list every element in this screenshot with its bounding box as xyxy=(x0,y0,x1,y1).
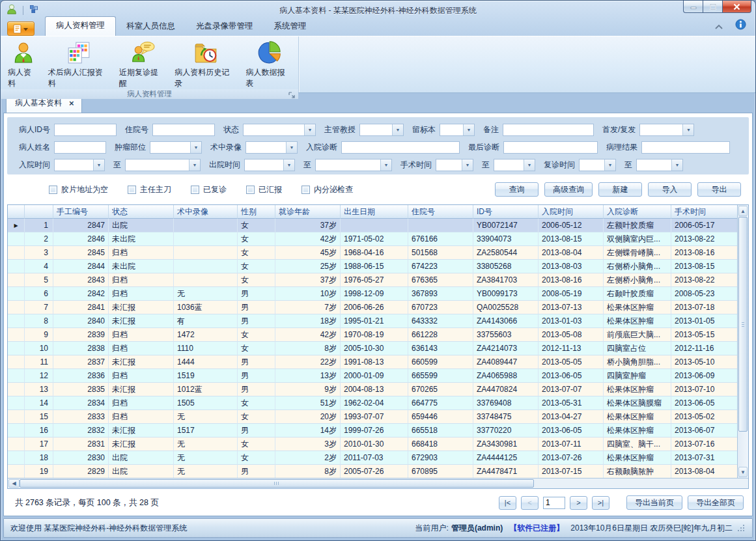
table-row[interactable]: 152833归档无女20岁1993-07-0765944633748475201… xyxy=(8,410,737,424)
combo-box[interactable]: ▼ xyxy=(639,124,694,136)
text-input[interactable] xyxy=(54,141,106,154)
dropdown-arrow-icon[interactable]: ▼ xyxy=(682,124,693,135)
vertical-scrollbar[interactable]: ▲ ▼ xyxy=(737,205,748,478)
scroll-left-icon[interactable]: ◀ xyxy=(8,479,20,488)
table-row[interactable]: 192829出院无男8岁2005-07-26670895ZA4478471201… xyxy=(8,465,737,478)
combo-box[interactable]: ▼ xyxy=(315,159,392,171)
combo-box[interactable]: ▼ xyxy=(125,159,201,171)
dropdown-arrow-icon[interactable]: ▼ xyxy=(462,160,473,171)
tab-close-icon[interactable]: × xyxy=(69,100,74,106)
table-row[interactable]: 72841未汇报1036蓝男7岁2006-06-26670723QA002552… xyxy=(8,301,737,314)
first-page-button[interactable]: |< xyxy=(499,496,516,510)
info-icon[interactable] xyxy=(735,19,746,33)
table-row[interactable]: 92839归档1472女42岁1970-08-19661228337556032… xyxy=(8,328,737,342)
column-header[interactable]: 性别 xyxy=(238,205,275,219)
horizontal-scrollbar-thumb[interactable] xyxy=(20,479,534,488)
table-row[interactable]: 182830出院无女2岁2011-07-03672903ZA4444125201… xyxy=(8,451,737,465)
combo-box[interactable]: ▼ xyxy=(636,159,683,171)
column-header[interactable]: 术中录像 xyxy=(174,205,238,219)
combo-box[interactable]: ▼ xyxy=(359,124,404,136)
text-input[interactable] xyxy=(54,124,117,136)
column-header[interactable]: 住院号 xyxy=(408,205,473,219)
horizontal-scrollbar[interactable]: ◀ xyxy=(8,478,748,488)
table-row[interactable]: 52843归档女37岁1976-05-27676365ZA38417032013… xyxy=(8,273,737,287)
table-row[interactable]: 42844未出院女25岁1988-06-15674223338052682013… xyxy=(8,260,737,273)
text-input[interactable] xyxy=(503,141,598,154)
table-row[interactable]: ▶12847出院女37岁YB00721472006-05-12左额叶胶质瘤200… xyxy=(8,219,737,232)
close-button[interactable] xyxy=(722,1,751,13)
checkbox-icon[interactable] xyxy=(49,186,57,194)
column-header[interactable]: ID号 xyxy=(473,205,539,219)
ribbon-tab-4[interactable]: 系统管理 xyxy=(264,18,317,36)
filter-checkbox[interactable]: 已汇报 xyxy=(246,184,282,195)
combo-box[interactable]: ▼ xyxy=(436,159,473,171)
dialog-launcher-icon[interactable] xyxy=(288,91,296,99)
registered-link[interactable]: 【软件已注册】 xyxy=(509,523,564,534)
dropdown-arrow-icon[interactable]: ▼ xyxy=(189,160,200,171)
export-button[interactable]: 导出当前页 xyxy=(626,495,682,510)
combo-box[interactable]: ▼ xyxy=(245,141,298,154)
table-row[interactable]: 62842归档无男10岁1998-12-09367893YB0099173200… xyxy=(8,287,737,301)
filter-checkbox[interactable]: 已复诊 xyxy=(191,184,227,195)
last-page-button[interactable]: >| xyxy=(592,496,609,510)
ribbon-tab-1[interactable]: 病人资料管理 xyxy=(45,16,116,36)
table-row[interactable]: 32845归档女45岁1968-04-16501568ZA25805442013… xyxy=(8,246,737,260)
table-row[interactable]: 162832未汇报1517男14岁1999-07-266655183377022… xyxy=(8,424,737,437)
ribbon-tab-3[interactable]: 光盘录像带管理 xyxy=(186,18,264,36)
combo-box[interactable]: ▼ xyxy=(440,124,475,136)
checkbox-icon[interactable] xyxy=(301,186,310,194)
ribbon-button[interactable]: 病人数据报表 xyxy=(242,38,297,89)
action-button[interactable]: 导出 xyxy=(697,182,741,197)
ribbon-button[interactable]: 近期复诊提醒 xyxy=(115,38,170,89)
next-page-button[interactable]: > xyxy=(570,496,587,510)
dropdown-arrow-icon[interactable]: ▼ xyxy=(463,124,474,135)
filter-checkbox[interactable]: 胶片地址为空 xyxy=(49,184,108,195)
text-input[interactable] xyxy=(152,124,215,136)
ribbon-button[interactable]: 术后病人汇报资料 xyxy=(44,38,115,89)
scroll-up-icon[interactable]: ▲ xyxy=(738,206,748,216)
minimize-button[interactable] xyxy=(683,1,703,13)
filter-checkbox[interactable]: 主任主刀 xyxy=(128,184,171,195)
column-header[interactable]: 状态 xyxy=(109,205,174,219)
dropdown-arrow-icon[interactable]: ▼ xyxy=(304,124,315,135)
combo-box[interactable]: ▼ xyxy=(54,159,105,171)
action-button[interactable]: 高级查询 xyxy=(544,182,593,197)
combo-box[interactable]: ▼ xyxy=(494,159,535,171)
column-header[interactable]: 入院诊断 xyxy=(604,205,671,219)
horizontal-scrollbar-track[interactable] xyxy=(534,479,748,488)
table-row[interactable]: 112837未汇报1444男22岁1991-08-13660599ZA40894… xyxy=(8,355,737,369)
combo-box[interactable]: ▼ xyxy=(150,141,202,154)
collapse-ribbon-chevron-icon[interactable] xyxy=(714,20,723,32)
dropdown-arrow-icon[interactable]: ▼ xyxy=(524,160,535,171)
combo-box[interactable]: ▼ xyxy=(244,159,295,171)
maximize-button[interactable] xyxy=(703,1,722,13)
combo-box[interactable]: ▼ xyxy=(579,159,616,171)
dropdown-arrow-icon[interactable]: ▼ xyxy=(604,160,615,171)
ribbon-button[interactable]: 病人资料 xyxy=(3,38,44,89)
dropdown-arrow-icon[interactable]: ▼ xyxy=(286,142,297,153)
ribbon-button[interactable]: 病人资料历史记录 xyxy=(170,38,241,89)
table-row[interactable]: 82840未汇报有男18岁1995-01-21643332ZA414306620… xyxy=(8,314,737,328)
action-button[interactable]: 查询 xyxy=(495,182,539,197)
column-header[interactable]: 就诊年龄 xyxy=(275,205,341,219)
resize-grip-icon[interactable] xyxy=(743,530,744,531)
column-header[interactable]: 出生日期 xyxy=(341,205,408,219)
vertical-scrollbar-track[interactable] xyxy=(738,432,748,466)
column-header[interactable]: 手术时间 xyxy=(671,205,737,219)
text-input[interactable] xyxy=(503,124,594,136)
combo-box[interactable]: ▼ xyxy=(243,124,316,136)
table-row[interactable]: 122836归档1519男13岁2000-01-09665599ZA406598… xyxy=(8,369,737,383)
export-button[interactable]: 导出全部页 xyxy=(688,495,744,510)
text-input[interactable] xyxy=(641,141,730,154)
dropdown-arrow-icon[interactable]: ▼ xyxy=(380,160,391,171)
table-row[interactable]: 22846未出院女42岁1971-05-02676166339040732013… xyxy=(8,232,737,246)
scroll-down-icon[interactable]: ▼ xyxy=(738,467,748,477)
action-button[interactable]: 导入 xyxy=(648,182,692,197)
app-menu-button[interactable] xyxy=(7,21,35,36)
dropdown-arrow-icon[interactable]: ▼ xyxy=(671,160,682,171)
table-row[interactable]: 172831未汇报无女3岁2010-01-30668418ZA343098120… xyxy=(8,437,737,451)
window-layout-icon[interactable] xyxy=(29,4,39,17)
page-number-input[interactable] xyxy=(543,497,565,509)
dropdown-arrow-icon[interactable]: ▼ xyxy=(190,142,201,153)
checkbox-icon[interactable] xyxy=(128,186,136,194)
